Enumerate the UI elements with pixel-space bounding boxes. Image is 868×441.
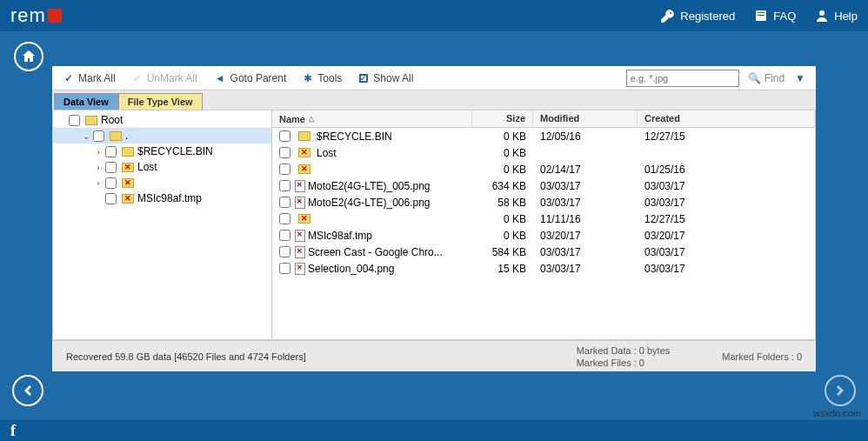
list-header: Name△ Size Modified Created <box>272 110 815 128</box>
goto-parent-label: Goto Parent <box>230 72 287 84</box>
header-modified[interactable]: Modified <box>533 110 638 127</box>
list-body: $RECYCLE.BIN0 KB12/05/1612/27/15Lost0 KB… <box>272 128 815 339</box>
collapse-icon[interactable]: ⌄ <box>81 131 91 141</box>
tree-item-root[interactable]: Root <box>53 112 271 128</box>
file-deleted-icon <box>295 230 305 242</box>
file-modified: 02/14/17 <box>533 164 638 176</box>
row-checkbox[interactable] <box>279 213 290 224</box>
file-created: 03/03/17 <box>638 263 815 275</box>
unmark-all-button[interactable]: ✓ UnMark All <box>126 70 204 86</box>
tools-button[interactable]: ✱ Tools <box>297 70 349 86</box>
tree-item-dot[interactable]: ⌄. <box>53 128 271 144</box>
list-row[interactable]: Lost0 KB <box>272 144 815 161</box>
app-logo: rem <box>10 4 62 27</box>
tree-checkbox[interactable] <box>105 177 117 189</box>
file-size: 0 KB <box>472 230 533 242</box>
file-size: 584 KB <box>472 246 533 258</box>
tree-item-tmp[interactable]: MSIc98af.tmp <box>53 190 271 206</box>
file-size: 15 KB <box>472 263 533 275</box>
check-icon: ✓ <box>64 72 73 84</box>
list-row[interactable]: 0 KB02/14/1701/25/16 <box>272 161 815 177</box>
chevron-down-icon[interactable]: ▼ <box>795 72 805 84</box>
show-all-button[interactable]: ✓ Show All <box>352 70 420 86</box>
file-deleted-icon <box>295 263 305 275</box>
status-bar: Recovered 59.8 GB data [46520 Files and … <box>52 340 816 371</box>
file-created: 03/20/17 <box>638 230 815 242</box>
svg-rect-3 <box>758 15 765 16</box>
help-label: Help <box>834 10 858 23</box>
row-checkbox[interactable] <box>279 147 290 158</box>
row-checkbox[interactable] <box>279 230 290 241</box>
header-size[interactable]: Size <box>472 110 533 127</box>
tree-checkbox[interactable] <box>105 162 117 173</box>
home-button[interactable] <box>14 42 43 71</box>
forward-button <box>825 375 856 406</box>
folder-icon <box>85 116 97 125</box>
row-checkbox[interactable] <box>279 263 290 274</box>
header-name[interactable]: Name△ <box>272 110 472 127</box>
tree-checkbox[interactable] <box>69 115 80 126</box>
file-deleted-icon <box>295 246 305 258</box>
arrow-right-icon <box>831 382 849 399</box>
arrow-left-icon: ◄ <box>215 72 225 84</box>
tree-checkbox[interactable] <box>105 146 117 157</box>
expand-icon[interactable]: › <box>93 163 103 172</box>
faq-button[interactable]: FAQ <box>754 9 796 23</box>
file-created: 12/27/15 <box>638 130 815 143</box>
find-button[interactable]: 🔍 Find ▼ <box>743 72 811 84</box>
tree-item-recycle[interactable]: ›$RECYCLE.BIN <box>53 144 271 159</box>
file-modified: 12/05/16 <box>533 130 638 143</box>
list-row[interactable]: MSIc98af.tmp0 KB03/20/1703/20/17 <box>272 227 815 244</box>
expand-icon[interactable]: › <box>93 178 103 188</box>
goto-parent-button[interactable]: ◄ Goto Parent <box>208 70 294 86</box>
tab-data-view[interactable]: Data View <box>54 93 118 110</box>
file-name: MotoE2(4G-LTE)_006.png <box>308 197 431 209</box>
content-area: Root ⌄. ›$RECYCLE.BIN ›Lost › MSIc98af.t… <box>52 110 816 340</box>
search-input[interactable] <box>626 70 739 87</box>
row-checkbox[interactable] <box>279 197 290 208</box>
folder-deleted-icon <box>298 214 310 224</box>
home-icon <box>21 49 37 64</box>
expand-icon[interactable]: › <box>93 147 103 157</box>
tree-item-blank[interactable]: › <box>53 175 271 190</box>
folder-icon <box>298 131 310 141</box>
row-checkbox[interactable] <box>279 164 290 175</box>
tree-checkbox[interactable] <box>93 130 104 142</box>
list-row[interactable]: MotoE2(4G-LTE)_005.png634 KB03/03/1703/0… <box>272 177 815 194</box>
list-row[interactable]: MotoE2(4G-LTE)_006.png58 KB03/03/1703/03… <box>272 194 815 210</box>
registered-label: Registered <box>680 10 735 23</box>
mark-all-label: Mark All <box>78 72 116 84</box>
back-button[interactable] <box>12 375 43 406</box>
help-button[interactable]: Help <box>815 9 858 23</box>
list-row[interactable]: Selection_004.png15 KB03/03/1703/03/17 <box>272 260 815 277</box>
file-modified: 03/20/17 <box>533 230 638 242</box>
list-row[interactable]: $RECYCLE.BIN0 KB12/05/1612/27/15 <box>272 128 815 144</box>
logo-square-icon <box>48 9 62 23</box>
tools-label: Tools <box>317 72 342 84</box>
tree-item-lost[interactable]: ›Lost <box>53 159 271 175</box>
row-checkbox[interactable] <box>279 180 290 191</box>
tree-label: $RECYCLE.BIN <box>137 145 213 157</box>
folder-deleted-icon <box>298 164 310 174</box>
marked-folders-text: Marked Folders : 0 <box>722 351 802 362</box>
book-icon <box>754 9 768 23</box>
row-checkbox[interactable] <box>279 246 290 257</box>
person-icon <box>815 9 829 23</box>
list-row[interactable]: Screen Cast - Google Chro...584 KB03/03/… <box>272 244 815 260</box>
header-created[interactable]: Created <box>638 110 815 127</box>
file-name: Selection_004.png <box>308 263 394 275</box>
gear-icon: ✱ <box>304 72 312 84</box>
list-row[interactable]: 0 KB11/11/1612/27/15 <box>272 210 815 227</box>
file-modified: 03/03/17 <box>533 263 638 275</box>
tree-checkbox[interactable] <box>105 193 117 204</box>
tab-file-type-view[interactable]: File Type View <box>118 93 203 110</box>
mark-all-button[interactable]: ✓ Mark All <box>57 70 123 86</box>
facebook-icon[interactable]: f <box>10 422 16 440</box>
svg-point-4 <box>819 10 825 16</box>
file-deleted-icon <box>295 180 305 192</box>
registered-button[interactable]: Registered <box>661 9 735 23</box>
folder-tree[interactable]: Root ⌄. ›$RECYCLE.BIN ›Lost › MSIc98af.t… <box>53 110 272 339</box>
top-bar: rem Registered FAQ Help <box>0 0 868 31</box>
row-checkbox[interactable] <box>279 130 290 142</box>
folder-deleted-icon <box>122 194 134 204</box>
